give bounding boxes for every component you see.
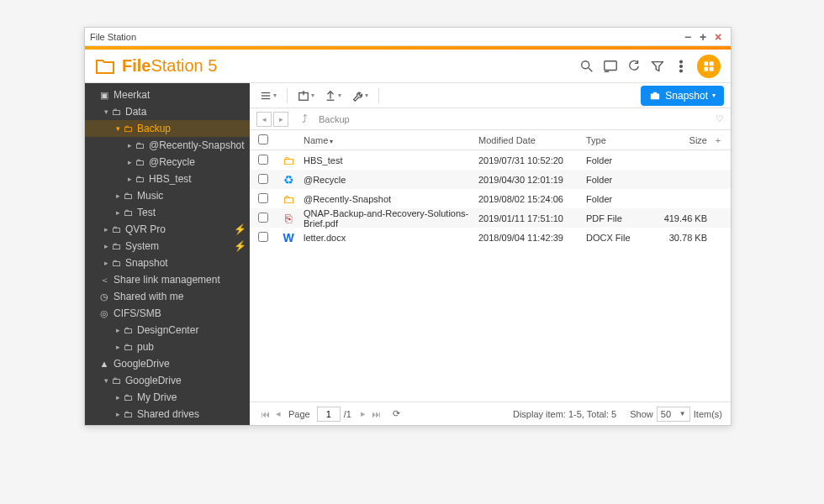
favorite-icon[interactable]: ♡ (716, 113, 724, 124)
filter-icon[interactable] (647, 55, 668, 77)
sidebar-item-label: QVR Pro (125, 223, 232, 235)
expand-arrow-icon[interactable]: ▸ (114, 343, 122, 351)
sidebar-item[interactable]: ▸🗀Snapshot (85, 255, 250, 271)
expand-arrow-icon[interactable]: ▸ (102, 259, 110, 267)
sidebar-item[interactable]: ▾🗀GoogleDrive (85, 372, 250, 389)
sidebar-item[interactable]: ▣Meerkat (85, 87, 250, 103)
column-name[interactable]: Name▾ (300, 135, 478, 145)
tools-button[interactable]: ▾ (348, 87, 372, 105)
new-button[interactable]: ▾ (294, 87, 318, 105)
sidebar-item[interactable]: ▸🗀Test (85, 204, 250, 221)
nav-forward-button[interactable]: ▸ (273, 112, 288, 127)
close-button[interactable]: × (710, 29, 726, 45)
svg-point-6 (680, 70, 683, 72)
file-row[interactable]: Wletter.docx2018/09/04 11:42:39DOCX File… (250, 228, 731, 247)
file-type: Folder (586, 155, 653, 165)
more-icon[interactable] (670, 55, 692, 77)
row-checkbox[interactable] (250, 155, 277, 166)
column-modified[interactable]: Modified Date (478, 135, 586, 145)
select-all-checkbox[interactable] (250, 134, 277, 146)
folder-icon: 🗀 (122, 325, 134, 335)
sidebar-item[interactable]: ▸🗀@Recycle (85, 154, 250, 171)
expand-arrow-icon[interactable]: ▸ (125, 141, 134, 150)
snapshot-button[interactable]: Snapshot ▾ (641, 86, 724, 106)
sidebar-item[interactable]: ▸🗀pub (85, 339, 250, 355)
column-size[interactable]: Size (653, 135, 712, 145)
file-list[interactable]: 🗀HBS_test2019/07/31 10:52:20Folder♻@Recy… (250, 150, 731, 402)
upload-button[interactable]: ▾ (321, 87, 345, 105)
file-date: 2018/09/04 11:42:39 (478, 233, 586, 243)
file-size: 419.46 KB (653, 213, 712, 223)
sidebar-item[interactable]: ▸🗀DesignCenter (85, 322, 250, 339)
sidebar-item[interactable]: ▾🗀Data (85, 103, 250, 120)
share-icon: ＜ (98, 274, 110, 286)
search-icon[interactable] (576, 55, 598, 77)
sidebar-item[interactable]: ▸🗀Shared drives (85, 406, 250, 423)
sidebar-item[interactable]: ▸🗀@Recently-Snapshot (85, 137, 250, 154)
expand-arrow-icon[interactable]: ▸ (125, 175, 134, 183)
page-size-select[interactable]: 50▼ (657, 407, 690, 422)
column-type[interactable]: Type (586, 135, 653, 145)
view-mode-button[interactable]: ▾ (256, 87, 280, 105)
file-row[interactable]: 🗀HBS_test2019/07/31 10:52:20Folder (250, 150, 731, 170)
show-label: Show (630, 409, 653, 419)
sidebar-item[interactable]: ◎CIFS/SMB (85, 305, 250, 322)
expand-arrow-icon[interactable]: ▸ (102, 225, 110, 234)
page-last-button[interactable]: ⏭ (370, 409, 383, 419)
sidebar[interactable]: ▣Meerkat▾🗀Data▾🗀Backup▸🗀@Recently-Snapsh… (85, 83, 250, 425)
sidebar-item[interactable]: ◷Shared with me (85, 288, 250, 305)
page-first-button[interactable]: ⏮ (258, 409, 272, 419)
sidebar-item[interactable]: ▸🗀HBS_test (85, 171, 250, 187)
page-next-button[interactable]: ▸ (357, 408, 370, 419)
expand-arrow-icon[interactable]: ▸ (125, 158, 134, 166)
status-bar: ⏮ ◂ Page /1 ▸ ⏭ ⟳ Display item: 1-5, Tot… (250, 402, 731, 425)
sidebar-item-label: Shared drives (137, 408, 246, 420)
page-input[interactable] (317, 407, 341, 422)
row-checkbox[interactable] (250, 193, 277, 205)
sidebar-item-label: HBS_test (149, 173, 246, 185)
maximize-button[interactable]: + (695, 29, 710, 45)
sidebar-item[interactable]: ▸🗀QVR Pro⚡ (85, 221, 250, 238)
expand-arrow-icon[interactable]: ▸ (114, 208, 122, 217)
expand-arrow-icon[interactable]: ▸ (114, 410, 122, 418)
expand-arrow-icon[interactable]: ▸ (102, 242, 110, 250)
row-checkbox[interactable] (250, 232, 277, 244)
svg-rect-7 (704, 61, 708, 66)
refresh-icon[interactable] (623, 55, 645, 77)
sidebar-item[interactable]: ＜Share link management (85, 271, 250, 288)
expand-arrow-icon[interactable]: ▸ (114, 393, 122, 402)
nav-up-button[interactable]: ⤴ (297, 112, 312, 127)
expand-arrow-icon[interactable]: ▸ (114, 192, 122, 200)
folder-icon: 🗀 (110, 375, 122, 386)
folder-icon: 🗀 (122, 392, 134, 402)
expand-arrow-icon[interactable]: ▾ (114, 124, 122, 133)
row-checkbox[interactable] (250, 174, 277, 186)
dashboard-button[interactable] (697, 55, 721, 78)
svg-rect-9 (704, 66, 708, 71)
svg-rect-2 (605, 60, 616, 70)
page-prev-button[interactable]: ◂ (272, 408, 285, 419)
folder-icon: 🗀 (110, 107, 122, 117)
sidebar-item[interactable]: ▸🗀System⚡ (85, 238, 250, 255)
file-type: Folder (586, 175, 653, 185)
row-checkbox[interactable] (250, 213, 277, 224)
sidebar-item[interactable]: ▲GoogleDrive (85, 355, 250, 372)
file-row[interactable]: 🗀@Recently-Snapshot2019/08/02 15:24:06Fo… (250, 189, 731, 208)
expand-arrow-icon[interactable]: ▾ (102, 108, 110, 116)
file-row[interactable]: ♻@Recycle2019/04/30 12:01:19Folder (250, 170, 731, 189)
breadcrumb-path[interactable]: Backup (319, 114, 350, 124)
expand-arrow-icon[interactable]: ▾ (102, 376, 110, 385)
cast-icon[interactable] (600, 55, 621, 77)
sidebar-item[interactable]: ▸🗀My Drive (85, 389, 250, 406)
titlebar: File Station − + × (85, 28, 731, 46)
add-column-button[interactable]: + (712, 135, 724, 145)
nav-back-button[interactable]: ◂ (256, 112, 272, 127)
page-refresh-button[interactable]: ⟳ (390, 408, 404, 419)
file-name: @Recently-Snapshot (300, 194, 478, 204)
sidebar-item[interactable]: ▾🗀Backup (85, 120, 250, 137)
expand-arrow-icon[interactable]: ▸ (114, 326, 122, 334)
file-row[interactable]: ⎘QNAP-Backup-and-Recovery-Solutions-Brie… (250, 208, 731, 228)
minimize-button[interactable]: − (680, 29, 695, 45)
sidebar-item[interactable]: ▸🗀Music (85, 187, 250, 204)
breadcrumb-bar: ◂ ▸ ⤴ Backup ♡ (250, 108, 731, 130)
